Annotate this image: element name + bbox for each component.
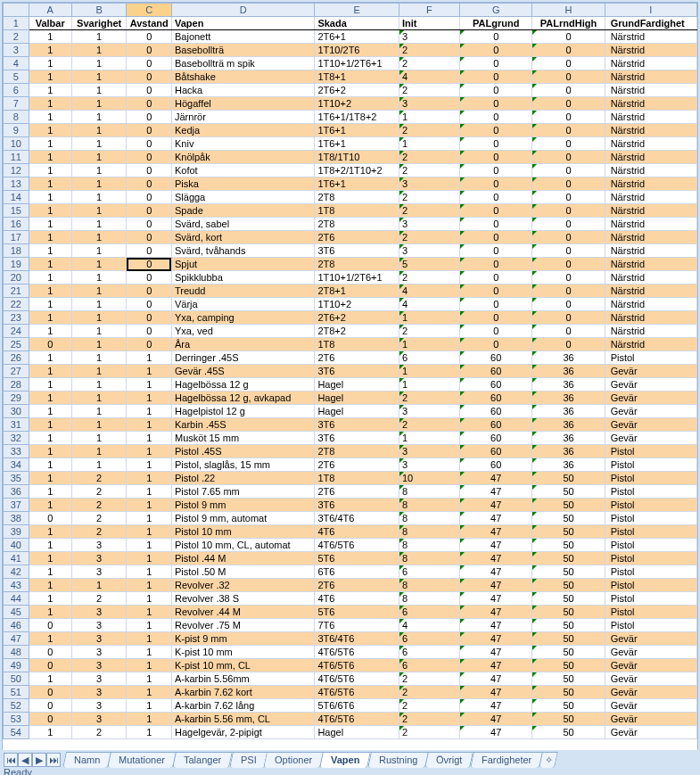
cell[interactable]: 0 xyxy=(460,271,532,284)
cell[interactable]: 1 xyxy=(127,565,172,579)
cell[interactable]: Pistol xyxy=(605,445,696,458)
cell[interactable]: 1 xyxy=(127,378,172,392)
cell[interactable]: Åra xyxy=(171,338,314,351)
cell[interactable]: 1 xyxy=(29,579,71,592)
cell[interactable]: Musköt 15 mm xyxy=(171,432,314,445)
cell[interactable]: 2 xyxy=(71,512,127,525)
cell[interactable]: Gevär xyxy=(605,432,696,445)
cell[interactable]: 0 xyxy=(532,244,605,258)
cell[interactable]: 1 xyxy=(127,539,172,552)
cell[interactable]: Pistol xyxy=(605,539,696,552)
cell[interactable]: 1 xyxy=(71,151,127,164)
cell[interactable]: 0 xyxy=(460,30,532,44)
cell[interactable]: 0 xyxy=(127,258,172,271)
cell[interactable]: 1 xyxy=(29,672,71,686)
header-cell[interactable]: GrundFardighet xyxy=(605,17,696,30)
row-header[interactable]: 15 xyxy=(4,204,29,218)
cell[interactable]: 47 xyxy=(460,646,532,659)
cell[interactable]: 8 xyxy=(399,525,459,539)
cell[interactable]: Gevär xyxy=(605,699,696,713)
cell[interactable]: 1T6+1/1T8+2 xyxy=(315,111,399,124)
cell[interactable]: 1 xyxy=(127,392,172,405)
cell[interactable]: 1T10/2T6 xyxy=(315,44,399,57)
cell[interactable]: 3 xyxy=(399,30,459,44)
cell[interactable]: 47 xyxy=(460,619,532,632)
cell[interactable]: 60 xyxy=(460,458,532,472)
sheet-tab-övrigt[interactable]: Övrigt xyxy=(424,752,474,768)
cell[interactable]: 0 xyxy=(127,164,172,177)
column-header-I[interactable]: I xyxy=(605,4,696,17)
cell[interactable]: Pistol .45S xyxy=(171,445,314,458)
cell[interactable]: 3T6 xyxy=(315,244,399,258)
cell[interactable]: 0 xyxy=(532,151,605,164)
cell[interactable]: 50 xyxy=(532,646,605,659)
sheet-tab-fardigheter[interactable]: Fardigheter xyxy=(470,752,543,768)
cell[interactable]: 1 xyxy=(29,405,71,418)
cell[interactable]: 2 xyxy=(71,499,127,512)
cell[interactable]: 1 xyxy=(399,432,459,445)
sheet-tab-optioner[interactable]: Optioner xyxy=(263,752,324,768)
row-header[interactable]: 28 xyxy=(4,378,29,392)
row-header[interactable]: 30 xyxy=(4,405,29,418)
row-header[interactable]: 44 xyxy=(4,592,29,606)
cell[interactable]: 50 xyxy=(532,525,605,539)
sheet-tab-rustning[interactable]: Rustning xyxy=(367,752,429,768)
cell[interactable]: 0 xyxy=(460,311,532,325)
cell[interactable]: 3T6 xyxy=(315,418,399,432)
cell[interactable]: 50 xyxy=(532,606,605,619)
cell[interactable]: 2 xyxy=(399,271,459,284)
cell[interactable]: Närstrid xyxy=(605,164,696,177)
cell[interactable]: 0 xyxy=(127,244,172,258)
cell[interactable]: 8 xyxy=(399,485,459,499)
cell[interactable]: 0 xyxy=(532,177,605,191)
cell[interactable]: 3 xyxy=(71,646,127,659)
cell[interactable]: 1 xyxy=(71,231,127,244)
cell[interactable]: 2T6 xyxy=(315,485,399,499)
cell[interactable]: 1 xyxy=(71,84,127,97)
cell[interactable]: 3 xyxy=(71,686,127,699)
column-header-G[interactable]: G xyxy=(460,4,532,17)
cell[interactable]: 1 xyxy=(71,70,127,84)
cell[interactable]: Gevär xyxy=(605,365,696,378)
row-header[interactable]: 1 xyxy=(4,17,29,30)
cell[interactable]: A-karbin 7.62 lång xyxy=(171,699,314,713)
cell[interactable]: 1 xyxy=(127,646,172,659)
cell[interactable]: 0 xyxy=(460,164,532,177)
cell[interactable]: 60 xyxy=(460,418,532,432)
cell[interactable]: 0 xyxy=(460,124,532,137)
cell[interactable]: Pistol xyxy=(605,592,696,606)
cell[interactable]: 4T6/5T6 xyxy=(315,659,399,672)
cell[interactable]: 1 xyxy=(399,111,459,124)
cell[interactable]: 0 xyxy=(532,111,605,124)
cell[interactable]: 3 xyxy=(399,244,459,258)
tab-nav-prev-icon[interactable]: ◀ xyxy=(18,753,32,767)
cell[interactable]: Gevär .45S xyxy=(171,365,314,378)
cell[interactable]: 1 xyxy=(29,244,71,258)
cell[interactable]: 60 xyxy=(460,445,532,458)
cell[interactable]: 0 xyxy=(127,84,172,97)
cell[interactable]: Pistol 9 mm, automat xyxy=(171,512,314,525)
cell[interactable]: 2T6 xyxy=(315,231,399,244)
cell[interactable]: 0 xyxy=(127,284,172,298)
cell[interactable]: 1 xyxy=(29,485,71,499)
cell[interactable]: 1 xyxy=(29,191,71,204)
cell[interactable]: 36 xyxy=(532,392,605,405)
row-header[interactable]: 5 xyxy=(4,70,29,84)
row-header[interactable]: 43 xyxy=(4,579,29,592)
cell[interactable]: 60 xyxy=(460,351,532,365)
cell[interactable]: 0 xyxy=(532,70,605,84)
cell[interactable]: Treudd xyxy=(171,284,314,298)
cell[interactable]: 1 xyxy=(127,472,172,485)
cell[interactable]: Pistol xyxy=(605,579,696,592)
cell[interactable]: 2 xyxy=(399,392,459,405)
row-header[interactable]: 34 xyxy=(4,458,29,472)
cell[interactable]: 0 xyxy=(29,619,71,632)
cell[interactable]: Hagelgevär, 2-pipigt xyxy=(171,726,314,739)
row-header[interactable]: 49 xyxy=(4,659,29,672)
cell[interactable]: 0 xyxy=(532,338,605,351)
row-header[interactable]: 14 xyxy=(4,191,29,204)
cell[interactable]: 0 xyxy=(127,325,172,338)
cell[interactable]: 1 xyxy=(29,298,71,311)
sheet-tab-psi[interactable]: PSI xyxy=(229,752,268,768)
cell[interactable]: 4T6 xyxy=(315,525,399,539)
